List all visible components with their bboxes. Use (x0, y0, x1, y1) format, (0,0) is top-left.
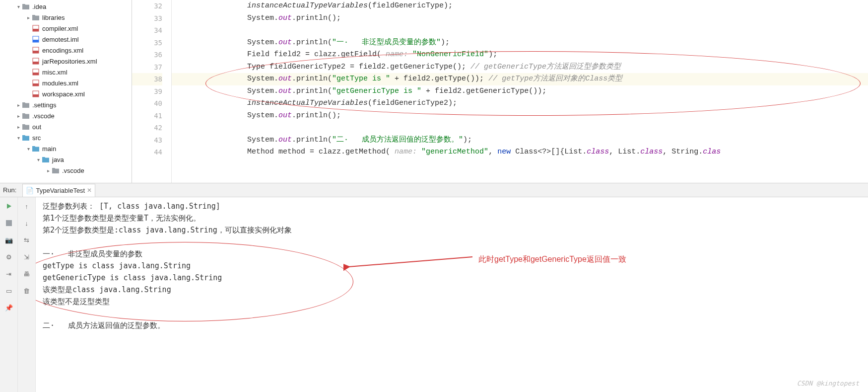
console-output[interactable]: 此时getType和getGenericType返回值一致 CSDN @king… (36, 197, 868, 392)
line-number[interactable]: 41 (132, 110, 162, 122)
code-text: "getGenericType is " (332, 87, 421, 95)
code-text: System. (211, 136, 278, 144)
tree-item-label: workspace.xml (42, 90, 85, 98)
tree-item[interactable]: compiler.xml (0, 23, 132, 34)
tree-item[interactable]: ▸.settings (0, 99, 132, 110)
trash-icon[interactable]: 🗑 (21, 285, 33, 297)
run-button[interactable] (3, 200, 15, 212)
tree-item[interactable]: ▾src (0, 132, 132, 143)
wrap-icon[interactable]: ⇆ (21, 234, 33, 246)
folder-icon (52, 166, 60, 174)
file-icon (32, 46, 40, 54)
line-gutter: 32333435363738394041424344 (132, 0, 172, 183)
chevron-icon[interactable]: ▸ (15, 102, 22, 108)
folder-icon (32, 145, 40, 153)
console-line: 该类型是class java.lang.String (43, 284, 868, 296)
code-text: clas (703, 148, 721, 156)
chevron-icon[interactable]: ▾ (15, 4, 22, 9)
code-text: Field field2 = clazz.getField( (211, 50, 386, 59)
line-number[interactable]: 37 (132, 61, 162, 74)
tree-item[interactable]: ▸.vscode (0, 110, 132, 121)
tree-item-label: main (42, 145, 56, 153)
code-editor[interactable]: instanceActualTypeVariables(fieldGeneric… (172, 0, 868, 183)
chevron-icon[interactable]: ▸ (15, 113, 22, 119)
code-text: Method method = clazz.getMethod( (211, 148, 395, 156)
chevron-icon[interactable]: ▸ (25, 15, 32, 20)
folder-icon (22, 112, 30, 120)
tree-item[interactable]: workspace.xml (0, 88, 132, 99)
pin-icon[interactable]: 📌 (3, 302, 15, 314)
code-text: instanceActualTypeVariables (247, 99, 368, 107)
code-text: System. (211, 75, 278, 83)
code-text: , String. (663, 148, 703, 156)
tree-item-label: modules.xml (42, 79, 78, 87)
svg-rect-5 (33, 51, 39, 53)
chevron-icon[interactable]: ▸ (15, 124, 22, 130)
chevron-icon[interactable]: ▾ (35, 157, 42, 162)
tree-item[interactable]: encodings.xml (0, 45, 132, 56)
down-arrow-icon[interactable]: ↓ (21, 217, 33, 229)
run-toolbar-left: 📷 ⚙ ⇥ ▭ 📌 (0, 197, 18, 392)
code-text: .println( (292, 75, 332, 83)
code-text: new (497, 148, 511, 156)
svg-rect-14 (6, 220, 12, 226)
code-text: instanceActualTypeVariables (247, 1, 368, 10)
tree-item[interactable]: ▸.vscode (0, 165, 132, 176)
up-arrow-icon[interactable]: ↑ (21, 200, 33, 212)
print-icon[interactable]: 🖶 (21, 268, 33, 280)
chevron-icon[interactable]: ▾ (25, 146, 32, 152)
tree-item[interactable]: jarRepositories.xml (0, 56, 132, 67)
camera-icon[interactable]: 📷 (3, 234, 15, 246)
code-text: out (278, 87, 292, 95)
file-icon (32, 79, 40, 87)
tree-item-label: demotest.iml (42, 36, 79, 43)
settings-icon[interactable]: ⚙ (3, 251, 15, 263)
code-text: "二· 成员方法返回值的泛型参数。" (332, 136, 463, 144)
chevron-icon[interactable]: ▾ (15, 135, 22, 141)
project-tree[interactable]: ▾.idea▸librariescompiler.xmldemotest.iml… (0, 0, 132, 183)
console-line (43, 308, 868, 319)
console-line: getType is class java.lang.String (43, 260, 868, 272)
tree-item-label: java (52, 156, 64, 163)
code-text: Type fieldGenericType2 = field2.getGener… (211, 63, 470, 71)
console-line: 泛型参数列表： [T, class java.lang.String] (43, 200, 868, 212)
code-text: , List. (609, 148, 640, 156)
code-text: out (278, 14, 292, 22)
line-number[interactable]: 35 (132, 37, 162, 49)
line-number[interactable]: 42 (132, 122, 162, 134)
code-text: + field2.getGenericType()); (421, 87, 546, 95)
code-text: (fieldGenericType); (368, 1, 453, 10)
tree-item-label: compiler.xml (42, 25, 78, 32)
scroll-icon[interactable]: ⇲ (21, 251, 33, 263)
line-number[interactable]: 38 (132, 73, 162, 85)
code-text: Class<?>[]{List. (511, 148, 587, 156)
tree-item-label: jarRepositories.xml (42, 58, 97, 65)
tree-item[interactable]: misc.xml (0, 67, 132, 78)
line-number[interactable]: 40 (132, 97, 162, 110)
tree-item[interactable]: ▸out (0, 121, 132, 132)
tree-item[interactable]: ▸libraries (0, 12, 132, 23)
chevron-icon[interactable]: ▸ (45, 168, 52, 173)
code-text (211, 99, 247, 107)
tree-item[interactable]: demotest.iml (0, 34, 132, 45)
code-text: ); (441, 38, 450, 47)
layout-icon[interactable]: ▭ (3, 285, 15, 297)
run-tab[interactable]: 📄 TypeVariableTest ✕ (22, 184, 95, 197)
folder-icon (42, 156, 50, 163)
tree-item[interactable]: ▾java (0, 154, 132, 165)
tree-item[interactable]: modules.xml (0, 78, 132, 88)
line-number[interactable]: 44 (132, 146, 162, 158)
stop-button[interactable] (3, 217, 15, 229)
tree-item-label: .settings (32, 101, 56, 109)
line-number[interactable]: 43 (132, 134, 162, 147)
tree-item[interactable]: ▾main (0, 143, 132, 154)
tree-item[interactable]: ▾.idea (0, 1, 132, 12)
line-number[interactable]: 39 (132, 85, 162, 98)
export-icon[interactable]: ⇥ (3, 268, 15, 280)
line-number[interactable]: 36 (132, 49, 162, 61)
line-number[interactable]: 33 (132, 12, 162, 25)
close-icon[interactable]: ✕ (87, 187, 92, 194)
tree-item-label: out (32, 123, 41, 131)
line-number[interactable]: 34 (132, 24, 162, 37)
line-number[interactable]: 32 (132, 0, 162, 12)
